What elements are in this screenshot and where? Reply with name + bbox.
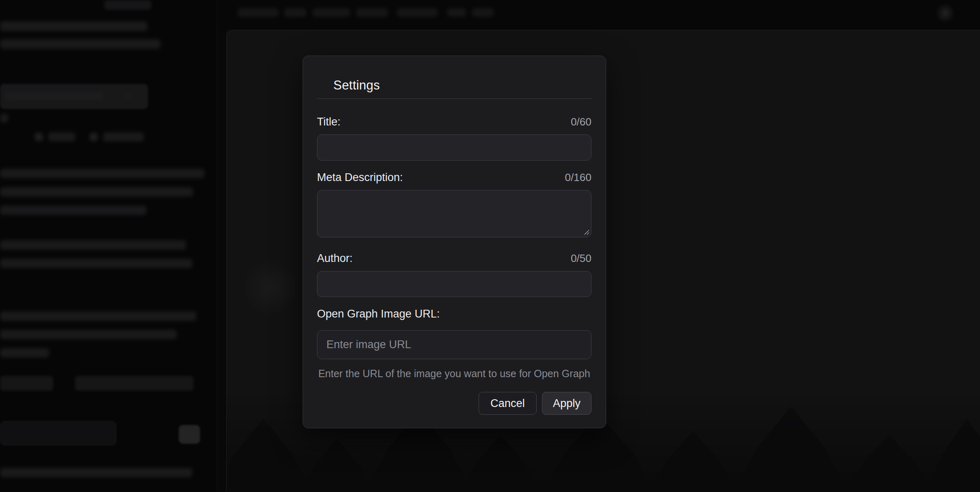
author-label-row: Author: 0/50 [317, 252, 591, 264]
app-window: Settings Title: 0/60 Meta Description: 0… [0, 0, 980, 492]
title-input[interactable] [317, 134, 591, 161]
settings-dialog: Settings Title: 0/60 Meta Description: 0… [303, 56, 606, 428]
dialog-title: Settings [333, 78, 380, 93]
title-counter: 0/60 [571, 116, 591, 128]
meta-description-wrap [317, 190, 591, 237]
og-image-helper-text: Enter the URL of the image you want to u… [317, 368, 591, 380]
dialog-button-row: Cancel Apply [479, 392, 591, 415]
author-label: Author: [317, 252, 353, 265]
author-input[interactable] [317, 271, 591, 297]
meta-description-counter: 0/160 [565, 171, 591, 184]
meta-description-label: Meta Description: [317, 171, 403, 184]
author-counter: 0/50 [571, 252, 591, 265]
title-label: Title: [317, 116, 341, 128]
meta-description-label-row: Meta Description: 0/160 [317, 171, 591, 183]
og-image-label: Open Graph Image URL: [317, 308, 440, 320]
dialog-divider [317, 98, 591, 99]
og-image-label-row: Open Graph Image URL: [317, 308, 591, 320]
title-label-row: Title: 0/60 [317, 116, 591, 128]
apply-button[interactable]: Apply [542, 392, 591, 415]
og-image-url-input[interactable] [317, 330, 591, 359]
cancel-button[interactable]: Cancel [479, 392, 537, 415]
meta-description-textarea[interactable] [317, 190, 591, 237]
